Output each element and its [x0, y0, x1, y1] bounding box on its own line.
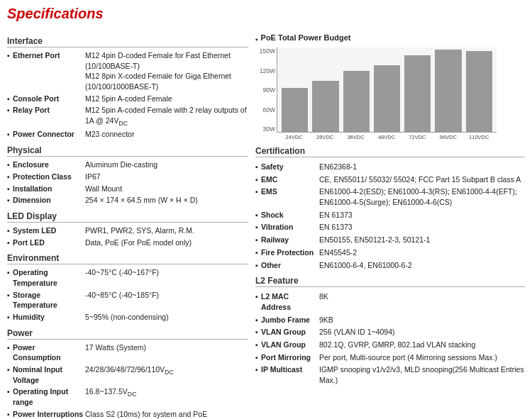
chart-y-axis: 150W 120W 90W 60W 30W: [257, 48, 275, 133]
value-vlan-group-1: 256 (VLAN ID 1~4094): [319, 327, 525, 337]
value-dimension: 254 × 174 × 64.5 mm (W × H × D): [85, 195, 248, 206]
bullet-poe: ▪: [255, 35, 258, 43]
x-label: 24VDC: [281, 134, 307, 140]
section-physical: Physical: [7, 145, 248, 157]
chart-bar: [435, 50, 461, 132]
section-environment: Environment: [7, 253, 248, 264]
list-item: Power Consumption 17 Watts (System): [7, 342, 248, 363]
label-port-mirroring: Port Mirroring: [255, 352, 319, 363]
label-fire-protection: Fire Protection: [255, 247, 319, 258]
x-label: 96VDC: [435, 134, 461, 140]
list-item: VLAN Group 802.1Q, GVRP, GMRP, 802.1ad V…: [255, 340, 525, 350]
value-vibration: EN 61373: [319, 222, 525, 233]
chart-bars-container: [277, 48, 497, 133]
list-item: Humidity 5~95% (non-condensing): [7, 312, 248, 323]
label-emc: EMC: [255, 174, 319, 185]
value-railway: EN50155, EN50121-2-3, 50121-1: [319, 235, 525, 245]
value-l2-mac: 8K: [319, 291, 525, 312]
label-humidity: Humidity: [7, 312, 85, 323]
list-item: Protection Class IP67: [7, 172, 248, 182]
y-label: 60W: [257, 106, 275, 113]
right-column: ▪ PoE Total Power Budget 150W 120W 90W 6…: [255, 30, 525, 419]
label-safety: Safety: [255, 162, 319, 172]
chart-bar-group: [374, 65, 400, 132]
list-item: VLAN Group 256 (VLAN ID 1~4094): [255, 327, 525, 337]
list-item: Vibration EN 61373: [255, 222, 525, 233]
list-item: Shock EN 61373: [255, 210, 525, 220]
label-ems: EMS: [255, 186, 319, 207]
label-ethernet-port: Ethernet Port: [7, 50, 85, 92]
label-operating-range: Operating Input range: [7, 386, 85, 407]
value-storage-temp: -40~85°C (-40~185°F): [85, 290, 248, 311]
value-humidity: 5~95% (non-condensing): [85, 312, 248, 323]
label-protection-class: Protection Class: [7, 172, 85, 182]
label-enclosure: Enclosure: [7, 160, 85, 170]
y-label: 30W: [257, 125, 275, 133]
label-power-connector: Power Connector: [7, 129, 85, 140]
value-ems: EN61000-4-2(ESD); EN61000-4-3(RS); EN610…: [319, 186, 525, 207]
list-item: Port LED Data, PoE (For PoE model only): [7, 238, 248, 248]
label-other: Other: [255, 260, 319, 271]
chart-bar: [374, 65, 400, 132]
section-led: LED Display: [7, 211, 248, 223]
label-relay-port: Relay Port: [7, 105, 85, 128]
label-vibration: Vibration: [255, 222, 319, 233]
page-title: Specifications: [0, 0, 532, 25]
chart-bar-group: [404, 55, 431, 132]
value-emc: CE, EN55011/ 55032/ 55024; FCC Part 15 S…: [319, 174, 525, 185]
value-jumbo-frame: 9KB: [319, 315, 525, 325]
label-vlan-group-1: VLAN Group: [255, 327, 319, 337]
list-item: Operating Input range 16.8~137.5VDC: [7, 386, 248, 407]
value-system-led: PWR1, PWR2, SYS, Alarm, R.M.: [85, 225, 248, 236]
label-jumbo-frame: Jumbo Frame: [255, 315, 319, 325]
label-power-consumption: Power Consumption: [7, 342, 85, 363]
list-item: Dimension 254 × 174 × 64.5 mm (W × H × D…: [7, 195, 248, 206]
list-item: Installation Wall Mount: [7, 184, 248, 194]
x-label: 48VDC: [373, 134, 399, 140]
list-item: Nominal Input Voltage 24/28/36/48/72/96/…: [7, 364, 248, 385]
label-console-port: Console Port: [7, 94, 85, 104]
chart-bar: [343, 71, 370, 132]
value-port-led: Data, PoE (For PoE model only): [85, 238, 248, 248]
list-item: Ethernet Port M12 4pin D-coded Female fo…: [7, 50, 248, 92]
list-item: Safety EN62368-1: [255, 162, 525, 172]
x-label: 28VDC: [311, 134, 338, 140]
label-vlan-group-2: VLAN Group: [255, 340, 319, 350]
value-protection-class: IP67: [85, 172, 248, 182]
list-item: Power Interruptions Class S2 (10ms) for …: [7, 409, 248, 419]
label-system-led: System LED: [7, 225, 85, 236]
list-item: Port Mirroring Per port, Multi-source po…: [255, 352, 525, 363]
chart-bar-group: [282, 88, 308, 132]
label-port-led: Port LED: [7, 238, 85, 248]
value-power-interruptions: Class S2 (10ms) for system and PoE(syste…: [85, 409, 248, 419]
cert-section: Safety EN62368-1 EMC CE, EN55011/ 55032/…: [255, 162, 525, 270]
list-item: Console Port M12 5pin A-coded Female: [7, 94, 248, 104]
x-label: 72VDC: [404, 134, 431, 140]
list-item: Enclosure Aluminum Die-casting: [7, 160, 248, 170]
list-item: Other EN61000-6-4, EN61000-6-2: [255, 260, 525, 271]
label-shock: Shock: [255, 210, 319, 220]
list-item: L2 MAC Address 8K: [255, 291, 525, 312]
value-nominal-voltage: 24/28/36/48/72/96/110VDC: [85, 364, 248, 385]
label-installation: Installation: [7, 184, 85, 194]
y-label: 150W: [257, 48, 275, 55]
label-operating-temp: Operating Temperature: [7, 267, 85, 288]
value-relay-port: M12 5pin A-coded Female with 2 relay out…: [85, 105, 248, 128]
chart-x-axis: 24VDC 28VDC 36VDC 48VDC 72VDC 96VDC 110V…: [277, 134, 497, 140]
label-dimension: Dimension: [7, 195, 85, 206]
label-ip-multicast: IP Multicast: [255, 364, 319, 385]
list-item: Storage Temperature -40~85°C (-40~185°F): [7, 290, 248, 311]
label-power-interruptions: Power Interruptions: [7, 409, 85, 419]
value-power-connector: M23 connector: [85, 129, 248, 140]
value-vlan-group-2: 802.1Q, GVRP, GMRP, 802.1ad VLAN stackin…: [319, 340, 525, 350]
chart-bar-group: [343, 71, 370, 132]
y-label: 90W: [257, 86, 275, 94]
label-nominal-voltage: Nominal Input Voltage: [7, 364, 85, 385]
list-item: IP Multicast IGMP snooping v1/v2/v3, MLD…: [255, 364, 525, 385]
value-console-port: M12 5pin A-coded Female: [85, 94, 248, 104]
section-l2feature: L2 Feature: [255, 276, 525, 287]
section-power: Power: [7, 328, 248, 340]
chart-bar: [282, 88, 308, 132]
value-fire-protection: EN45545-2: [319, 247, 525, 258]
value-operating-temp: -40~75°C (-40~167°F): [85, 267, 248, 288]
